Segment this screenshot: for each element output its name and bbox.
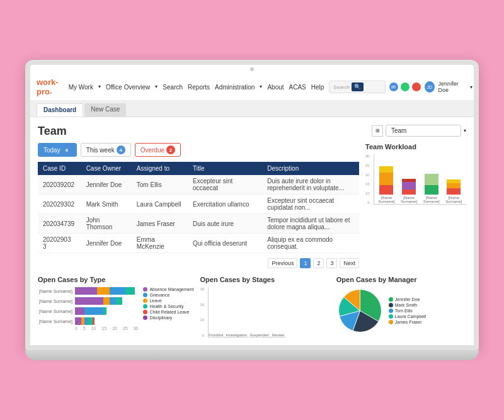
page-1-btn[interactable]: 1 <box>300 258 311 268</box>
chart-manager-section: Open Cases by Manager Jennifer DoeMark S… <box>336 276 466 338</box>
legend-dot <box>143 287 147 292</box>
top-nav: work-pro• My Work ▾ Office Overview ▾ Se… <box>30 74 474 101</box>
table-row[interactable]: 20202903 3Jennifer DoeEmma McKenzieQui o… <box>38 234 359 253</box>
search-placeholder: Search <box>333 84 349 90</box>
cell-description: Tempor incididunt ut labore et dolore ma… <box>262 214 359 234</box>
col-description: Description <box>262 162 359 175</box>
camera <box>250 67 254 71</box>
workload-segment <box>447 183 461 188</box>
laptop-wrapper: work-pro• My Work ▾ Office Overview ▾ Se… <box>25 60 479 360</box>
nav-administration[interactable]: Administration <box>215 84 255 91</box>
workload-bar-stack <box>402 179 416 195</box>
team-dropdown-arrow[interactable]: ▾ <box>464 128 466 133</box>
table-row[interactable]: 202034739John ThomsonJames FraserDuis au… <box>38 214 359 234</box>
chart-axis: 0 5 10 15 20 25 30 <box>75 326 138 331</box>
bar-label: [Name Surname] <box>38 319 72 324</box>
search-button[interactable]: 🔍 <box>352 82 364 91</box>
nav-help[interactable]: Help <box>311 84 324 91</box>
table-row[interactable]: 202039202Jennifer DoeTom EllisExcepteur … <box>38 175 359 195</box>
mail-icon[interactable]: ✉ <box>389 82 398 91</box>
nav-office-overview[interactable]: Office Overview <box>106 84 150 91</box>
tab-new-case[interactable]: New Case <box>84 103 126 116</box>
filter-today-btn[interactable]: Today 4 <box>38 143 77 157</box>
user-dropdown[interactable]: ▾ <box>470 84 472 90</box>
stages-y-axis: 30 20 10 0 <box>200 287 206 338</box>
manager-legend-label: Mark Smith <box>395 303 417 307</box>
workload-chart: 30 25 20 15 10 5 [Name Surname][Name Sur… <box>365 154 466 205</box>
filter-this-week-btn[interactable]: This week 4 <box>81 143 131 157</box>
notif-red[interactable] <box>412 82 421 91</box>
col-case-id: Case ID <box>38 162 81 175</box>
manager-legend-dot <box>389 309 393 313</box>
avatar[interactable]: JD <box>425 81 435 93</box>
legend-dot <box>143 298 147 303</box>
cell-case_id: 20202903 3 <box>38 234 81 253</box>
bar-container <box>75 287 138 295</box>
vbar-col: Review <box>272 332 285 337</box>
filter-overdue-btn[interactable]: Overdue 2 <box>135 143 181 157</box>
nav-my-work[interactable]: My Work <box>69 84 93 91</box>
axis-0: 0 <box>75 326 77 331</box>
workload-segment <box>425 174 438 185</box>
page-3-btn[interactable]: 3 <box>326 258 337 268</box>
cell-assigned: Emma McKenzie <box>132 234 188 253</box>
cell-owner: Jennifer Doe <box>81 175 132 195</box>
stages-y-20: 20 <box>200 303 205 307</box>
prev-page-btn[interactable]: Previous <box>268 258 297 268</box>
legend-dot <box>143 293 147 297</box>
vertical-bar-chart: FrontlineInvestigationSuspendedReview <box>208 287 285 338</box>
bar-segment <box>103 307 106 315</box>
legend-label: Leave <box>149 298 161 303</box>
manager-legend-item: James Fraser <box>389 320 426 324</box>
cell-owner: Jennifer Doe <box>81 234 132 253</box>
bar-segment <box>75 317 81 325</box>
app-content: work-pro• My Work ▾ Office Overview ▾ Se… <box>30 74 474 345</box>
bar-row: [Name Surname] <box>38 317 138 325</box>
workload-bars-container: [Name Surname][Name Surname][Name Surnam… <box>374 154 466 205</box>
content-header: Team ⊞ Team ▾ <box>38 125 466 138</box>
tab-dashboard[interactable]: Dashboard <box>37 103 83 116</box>
data-table: Case ID Case Owner Assigned to Title Des… <box>38 162 359 253</box>
cell-description: Duis aute irure dolor in reprehenderit i… <box>262 175 359 195</box>
stages-y-10: 10 <box>200 318 205 322</box>
bar-label: [Name Surname] <box>38 299 72 304</box>
cell-owner: Mark Smith <box>81 195 132 214</box>
nav-reports[interactable]: Reports <box>188 84 210 91</box>
page-2-btn[interactable]: 2 <box>313 258 324 268</box>
bar-segment <box>75 297 103 305</box>
nav-acas[interactable]: ACAS <box>289 84 306 91</box>
app-logo: work-pro• <box>37 77 59 96</box>
legend-label: Child Related Leave <box>149 310 189 314</box>
manager-legend-item: Jennifer Doe <box>389 297 426 302</box>
filter-today-badge: Today 4 <box>43 145 71 154</box>
bar-container <box>75 317 138 325</box>
nav-about[interactable]: About <box>267 84 284 91</box>
legend-item: Leave <box>143 298 193 303</box>
team-selector: ⊞ Team ▾ <box>372 125 466 137</box>
y-5: 5 <box>365 201 370 205</box>
team-grid-icon: ⊞ <box>372 125 383 137</box>
axis-20: 20 <box>112 326 117 331</box>
nav-search[interactable]: Search <box>163 84 183 91</box>
bar-segment <box>103 297 110 305</box>
team-dropdown[interactable]: Team <box>386 125 461 137</box>
legend-dot <box>143 315 147 320</box>
vbar-col: Suspended <box>249 332 268 337</box>
y-20: 20 <box>365 173 370 177</box>
workload-chart-title: Team Workload <box>365 143 466 150</box>
nav-right: Search 🔍 ✉ JD Jennifer Doe ▾ <box>329 81 472 93</box>
bar-segment <box>110 287 125 295</box>
pie-chart <box>336 287 384 334</box>
bar-row: [Name Surname] <box>38 297 138 305</box>
table-section: Today 4 This week 4 <box>38 143 359 276</box>
notif-green[interactable] <box>401 82 410 91</box>
next-page-btn[interactable]: Next <box>340 258 359 268</box>
filter-week-badge: This week 4 <box>86 145 125 154</box>
manager-legend-item: Laura Campbell <box>389 314 426 319</box>
workload-section: Team Workload 30 25 20 15 10 5 [ <box>365 143 466 276</box>
table-row[interactable]: 202029302Mark SmithLaura CampbellExercit… <box>38 195 359 214</box>
chart-type-bars: [Name Surname][Name Surname][Name Surnam… <box>38 287 138 331</box>
bar-container <box>75 307 138 315</box>
cell-title: Duis aute irure <box>188 214 262 234</box>
filter-overdue-badge: Overdue 2 <box>140 145 175 154</box>
